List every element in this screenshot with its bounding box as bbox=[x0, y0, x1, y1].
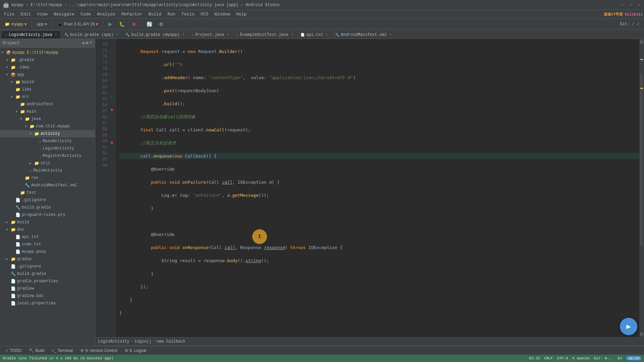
tree-item-local-props[interactable]: 📄 local.properties bbox=[0, 300, 95, 307]
cursor-position[interactable]: 82:31 bbox=[529, 356, 540, 360]
tree-item-code-txt[interactable]: 📄 code.txt bbox=[0, 241, 95, 248]
language-indicator[interactable]: En bbox=[618, 356, 622, 360]
debug-button[interactable]: 🐛 bbox=[116, 21, 127, 27]
tree-item-libs[interactable]: 📁 libs bbox=[0, 86, 95, 93]
version-control-tab[interactable]: ⑨ 9: Version Control bbox=[77, 348, 120, 354]
gear-icon[interactable]: ⚙ bbox=[82, 41, 85, 46]
menu-code[interactable]: Code bbox=[78, 11, 94, 17]
device-dropdown[interactable]: 📱 Pixel 3 XL API 29 ▾ bbox=[55, 21, 101, 27]
tree-item-gitignore-root[interactable]: 📄 .gitignore bbox=[0, 263, 95, 270]
scroll-track[interactable] bbox=[640, 44, 643, 332]
tab-close-button[interactable]: × bbox=[55, 33, 57, 37]
build-tab[interactable]: 🔨 Build bbox=[26, 348, 47, 354]
tree-item-registeractivity[interactable]: ☕ RegisterActivity bbox=[0, 152, 95, 160]
app-module-dropdown[interactable]: app ▾ bbox=[34, 21, 50, 27]
tab-buildgradle-myapp[interactable]: 🔧 build.gradle (myapp) × bbox=[122, 31, 188, 39]
scroll-up-btn[interactable] bbox=[640, 40, 643, 44]
tab-project-java[interactable]: ☕ Project.java × bbox=[188, 31, 232, 39]
tree-item-gradlew[interactable]: 📄 gradlew bbox=[0, 285, 95, 292]
tree-item-buildgradle-file[interactable]: 🔧 build.gradle bbox=[0, 204, 95, 211]
tree-item-gitignore-app[interactable]: 📄 .gitignore bbox=[0, 196, 95, 204]
tab-close-button[interactable]: × bbox=[116, 33, 118, 37]
breadcrumb-callback[interactable]: new Callback bbox=[156, 339, 185, 344]
breakpoint-84[interactable]: ⏺ bbox=[110, 108, 114, 112]
scroll-down-btn[interactable] bbox=[640, 333, 643, 336]
breakpoint-89[interactable]: ⏺ bbox=[110, 141, 114, 145]
terminal-tab[interactable]: >_ Terminal bbox=[49, 348, 75, 354]
tree-item-proguard[interactable]: 📄 proguard-rules.pro bbox=[0, 211, 95, 219]
menu-build[interactable]: Build bbox=[146, 11, 164, 17]
close-icon[interactable]: × bbox=[90, 41, 92, 46]
menu-navigate[interactable]: Navigate bbox=[51, 11, 77, 17]
menu-file[interactable]: File bbox=[1, 11, 17, 17]
tab-buildgradle-app[interactable]: 🔧 build.gradle (app) × bbox=[61, 31, 122, 39]
menu-run[interactable]: Run bbox=[165, 11, 178, 17]
tree-item-app[interactable]: ▼ 📦 app bbox=[0, 71, 95, 78]
tree-item-main[interactable]: ▼ 📁 main bbox=[0, 108, 95, 115]
todo-tab[interactable]: ✓ TODO bbox=[3, 348, 24, 354]
code-container[interactable]: 7475767778798081828384858687888990919293… bbox=[95, 39, 644, 346]
tree-item-buildgradle-root[interactable]: 🔧 build.gradle bbox=[0, 270, 95, 278]
tab-androidmanifest[interactable]: 🔧 AndroidManifest.xml × bbox=[331, 31, 395, 39]
settings-button[interactable]: ⚙ bbox=[156, 21, 166, 27]
tab-close-button[interactable]: × bbox=[326, 33, 328, 37]
tree-item-gradle-root[interactable]: ▶ 📁 gradle bbox=[0, 255, 95, 263]
project-dropdown[interactable]: 📁 myapp ▾ bbox=[2, 21, 29, 27]
menu-tools[interactable]: Tools bbox=[179, 11, 197, 17]
tree-item-src[interactable]: ▼ 📁 src bbox=[0, 93, 95, 101]
tree-item-test[interactable]: 📁 test bbox=[0, 189, 95, 196]
scroll-thumb[interactable] bbox=[640, 73, 643, 246]
code-content[interactable]: Request request = new Request.Builder() … bbox=[116, 39, 639, 337]
tree-item-loginactivity[interactable]: ☕ LoginActivity bbox=[0, 145, 95, 152]
menu-view[interactable]: View bbox=[34, 11, 50, 17]
breadcrumb-loginactivity[interactable]: LoginActivity bbox=[98, 339, 129, 344]
tab-close-button[interactable]: × bbox=[291, 33, 293, 37]
tab-close-button[interactable]: × bbox=[182, 33, 184, 37]
tree-item-util[interactable]: ▶ 📁 util bbox=[0, 160, 95, 167]
menu-vcs[interactable]: VCS bbox=[198, 11, 211, 17]
breadcrumb-login[interactable]: login() bbox=[135, 339, 151, 344]
menu-refactor[interactable]: Refactor bbox=[119, 11, 145, 17]
menu-analyze[interactable]: Analyze bbox=[94, 11, 118, 17]
tree-item-gradle-hidden[interactable]: ▼ 📁 .gradle bbox=[0, 56, 95, 64]
menu-help[interactable]: Help bbox=[233, 11, 249, 17]
tab-close-button[interactable]: × bbox=[389, 33, 391, 37]
tree-item-build-inner[interactable]: ▼ 📁 build bbox=[0, 78, 95, 86]
logcat-tab[interactable]: ⑥ 6: Logcat bbox=[122, 348, 149, 354]
stop-button[interactable]: ⏹ bbox=[129, 21, 139, 27]
tree-item-androidtest[interactable]: 📁 androidTest bbox=[0, 101, 95, 108]
tree-item-baseactivity[interactable]: ☕ BaseActivity bbox=[0, 137, 95, 145]
tree-item-gradlew-bat[interactable]: 📄 gradlew.bat bbox=[0, 292, 95, 300]
code-scroll[interactable]: 7475767778798081828384858687888990919293… bbox=[95, 39, 644, 337]
tab-loginactivity[interactable]: ☕ LoginActivity.java × bbox=[1, 31, 61, 39]
tree-item-activity[interactable]: ▼ 📁 activity bbox=[0, 130, 95, 137]
tree-item-manifest[interactable]: 🔧 AndroidManifest.xml bbox=[0, 182, 95, 189]
encoding[interactable]: UTF-8 bbox=[557, 356, 568, 360]
maximize-button[interactable]: □ bbox=[629, 3, 633, 7]
tree-item-myapp[interactable]: ▼ 📦 myapp E:\ttit\myapp bbox=[0, 49, 95, 56]
indent-info[interactable]: 4 spaces bbox=[572, 356, 590, 360]
tree-item-java[interactable]: ▼ 📁 java bbox=[0, 115, 95, 123]
close-button[interactable]: ✕ bbox=[637, 3, 641, 7]
tab-exampleunittest[interactable]: ☕ ExampleUnitTest.java × bbox=[233, 31, 297, 39]
tab-api-txt[interactable]: 📄 api.txt × bbox=[297, 31, 331, 39]
expand-icon[interactable]: ⊞ bbox=[86, 41, 89, 46]
run-button[interactable]: ▶ bbox=[106, 20, 115, 28]
tree-item-doc[interactable]: ▼ 📁 doc bbox=[0, 226, 95, 233]
tree-item-idea[interactable]: ▼ 📁 .idea bbox=[0, 64, 95, 71]
tree-item-pxcp[interactable]: 📄 myapp.pxcp bbox=[0, 248, 95, 255]
sync-button[interactable]: 🔄 bbox=[144, 21, 155, 27]
tree-item-gradle-props[interactable]: 📄 gradle.properties bbox=[0, 278, 95, 285]
line-ending[interactable]: CRLF bbox=[544, 356, 553, 360]
tree-item-res[interactable]: 📁 res bbox=[0, 174, 95, 182]
play-icon[interactable]: ▶ bbox=[620, 318, 637, 335]
tree-item-mainactivity[interactable]: ☕ MainActivity bbox=[0, 167, 95, 174]
menu-edit[interactable]: Edit bbox=[18, 11, 34, 17]
tree-item-package[interactable]: ▼ 📁 com.ttit.myapp bbox=[0, 123, 95, 130]
right-scrollbar[interactable] bbox=[639, 39, 644, 337]
tree-item-api-txt[interactable]: 📄 api.txt bbox=[0, 233, 95, 241]
minimize-button[interactable]: — bbox=[621, 3, 625, 7]
tab-close-button[interactable]: × bbox=[227, 33, 229, 37]
bilibili-player-btn[interactable]: ▶ bbox=[620, 318, 637, 335]
tree-item-build-root[interactable]: ▶ 📁 build bbox=[0, 219, 95, 226]
